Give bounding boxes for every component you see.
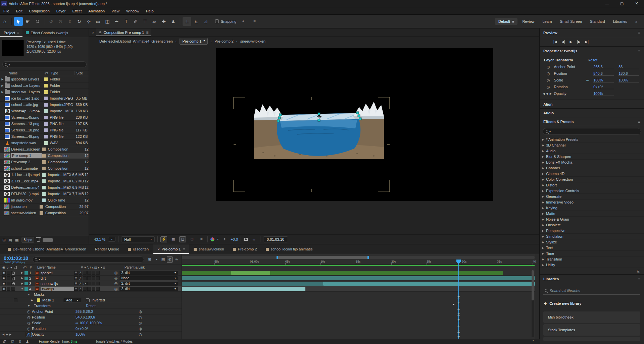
stopwatch-icon[interactable]: ◷ <box>26 315 32 320</box>
effects-category-row[interactable]: ▶ Boris FX Mocha <box>540 160 644 165</box>
layer-duration-bar[interactable] <box>182 271 503 275</box>
menu-item[interactable]: Help <box>143 7 157 14</box>
eye-icon[interactable]: ◉ <box>2 287 6 291</box>
effects-switch-icon[interactable]: ƒx <box>83 282 87 285</box>
eye-icon[interactable]: ◉ <box>2 282 6 285</box>
property-value[interactable]: 100% <box>76 332 85 336</box>
stopwatch-icon[interactable]: ◷ <box>26 309 32 314</box>
chevron-right-icon[interactable]: ▶ <box>542 224 544 227</box>
chevron-right-icon[interactable]: ▶ <box>542 178 544 181</box>
label-color-swatch[interactable] <box>42 154 46 158</box>
world-axis-mode-icon[interactable]: ⊾ <box>192 17 201 26</box>
menu-item[interactable]: View <box>108 7 123 14</box>
chevron-right-icon[interactable]: ▶ <box>542 155 544 158</box>
table-row[interactable]: ▶ Screens...45.png PNG file 236 KB <box>0 114 89 121</box>
property-label[interactable]: Opacity <box>32 332 76 336</box>
motion-blur-icon[interactable]: ⊘ <box>167 256 173 263</box>
mask-row[interactable]: ▶ Mask 1 Add ▾ Inverted <box>0 297 182 303</box>
adjustment-layer-switch[interactable] <box>92 271 95 275</box>
new-folder-icon[interactable]: ▤ <box>8 238 12 242</box>
collapse-transformations-icon[interactable]: ⚲ <box>74 276 78 280</box>
column-frame-rate[interactable]: Frame R <box>87 71 89 75</box>
next-frame-button[interactable]: |▶ <box>577 40 580 44</box>
3d-layer-switch[interactable] <box>96 287 100 291</box>
effects-category-row[interactable]: ▶ Distort <box>540 182 644 188</box>
menu-item[interactable]: Effect <box>69 7 85 14</box>
toggle-switches-modes-button[interactable]: Toggle Switches / Modes <box>96 340 133 343</box>
effects-category-row[interactable]: ▶ Text <box>540 245 644 251</box>
workspace-menu-icon[interactable]: ≡ <box>512 19 514 23</box>
audio-toggle[interactable] <box>7 271 10 275</box>
label-color-swatch[interactable] <box>42 167 46 170</box>
chevron-right-icon[interactable]: ▶ <box>542 212 544 215</box>
collapse-transformations-icon[interactable]: ⚲ <box>74 271 78 275</box>
collapse-transformations-icon[interactable]: ⚲ <box>74 287 78 291</box>
transform-property-row[interactable]: ◷ Position 540,6,180,6 ◎ <box>0 314 182 320</box>
table-row[interactable]: ▶ school ...e Layers Folder <box>0 82 89 89</box>
expand-transfer-controls-icon[interactable]: ◱ <box>11 340 14 343</box>
stopwatch-icon[interactable]: ◷ <box>543 78 554 82</box>
clone-stamp-tool-icon[interactable]: ⊤ <box>141 17 149 26</box>
layer-name[interactable]: sparkel <box>41 271 74 275</box>
effects-category-row[interactable]: ▶ Noise & Grain <box>540 217 644 222</box>
chevron-right-icon[interactable]: ▶ <box>542 235 544 238</box>
reset-button[interactable]: Reset <box>588 58 597 62</box>
stopwatch-icon[interactable]: ◷ <box>26 332 32 337</box>
local-axis-mode-icon[interactable]: ⊥ <box>183 17 191 26</box>
timeline-track-area[interactable]: 55s01:00s05s10s15s20s25s30s35s40 工工工工工工工… <box>182 254 535 340</box>
effects-category-row[interactable]: ▶ Simulation <box>540 234 644 239</box>
home-icon[interactable]: ⌂ <box>0 17 9 26</box>
keyframe-navigator[interactable]: ◀ ◆ ▶ <box>543 92 554 95</box>
property-value[interactable]: 540,6,180,6 <box>76 315 95 319</box>
transform-property-row[interactable]: ◷ Rotation 0x+0,0° ◎ <box>0 326 182 332</box>
expand-arrow-icon[interactable]: ▶ <box>0 91 5 94</box>
label-color-swatch[interactable] <box>44 141 48 145</box>
property-value[interactable]: ∞ 100,0,100,0% <box>76 321 102 325</box>
puppet-pin-tool-icon[interactable]: ♟ <box>169 17 178 26</box>
collapse-icon[interactable]: ⌃ <box>532 340 535 343</box>
timeline-tab[interactable]: × school locaal fijb animatie ≡ <box>262 244 317 254</box>
render-time-person-icon[interactable]: ♟ <box>26 340 29 343</box>
layer-color-swatch[interactable] <box>24 282 28 285</box>
breadcrumb-item[interactable]: Pre-comp 2 <box>214 39 234 43</box>
keyframe-dot[interactable] <box>453 304 454 305</box>
motion-blur-switch[interactable] <box>87 271 91 275</box>
effects-category-row[interactable]: ▶ Keying <box>540 205 644 211</box>
3d-layer-switch[interactable] <box>96 271 100 275</box>
effects-category-row[interactable]: ▶ Utility <box>540 262 644 268</box>
shy-layers-icon[interactable]: ◔ <box>153 256 159 263</box>
transform-property-row[interactable]: ◷ Scale ∞ 100,0,100,0% ◎ <box>0 320 182 326</box>
layer-name-column[interactable]: Layer Name <box>37 266 81 269</box>
workspace-button[interactable]: Default ≡ <box>495 18 517 25</box>
graph-editor-icon[interactable]: ∿ <box>174 256 180 263</box>
effects-switch-icon[interactable] <box>83 271 87 275</box>
column-size[interactable]: Size <box>75 71 87 75</box>
snapping-checkbox[interactable] <box>215 19 219 23</box>
type-tool-icon[interactable]: T <box>122 17 131 26</box>
expand-arrow-icon[interactable]: ▶ <box>20 271 24 274</box>
grid-guides-icon[interactable]: ⌗ <box>198 236 205 242</box>
project-flowchart-icon[interactable]: ⊞ <box>2 238 6 242</box>
pickwhip-icon[interactable]: ◎ <box>139 309 142 314</box>
keyframe-navigator[interactable]: ◀ ◆ ▶ <box>0 333 12 336</box>
column-tag-icon[interactable]: 🏷 <box>43 71 49 75</box>
property-value-y[interactable]: 100% <box>618 78 639 82</box>
expand-arrow-icon[interactable]: ▶ <box>20 277 24 280</box>
parent-pickwhip-icon[interactable]: ◎ <box>114 271 118 275</box>
rectangle-tool-icon[interactable]: ▭ <box>94 17 102 26</box>
snap-option-1-icon[interactable]: ⌖ <box>239 17 248 26</box>
layer-color-swatch[interactable] <box>24 277 28 280</box>
work-area-bar[interactable] <box>182 256 535 259</box>
quality-icon[interactable]: ╱ <box>79 271 82 275</box>
chevron-right-icon[interactable]: ▶ <box>542 189 544 192</box>
effects-category-row[interactable]: ▶ Cinema 4D <box>540 171 644 177</box>
keyframe-marker[interactable]: 工 <box>457 302 460 305</box>
audio-panel-header[interactable]: Audio <box>540 109 644 117</box>
adjustment-layer-switch[interactable] <box>92 276 95 280</box>
panel-menu-icon[interactable]: ≡ <box>17 31 19 35</box>
effects-search-input[interactable]: ▾ <box>543 128 641 135</box>
zoom-tool-icon[interactable] <box>33 17 42 26</box>
property-label[interactable]: Rotation <box>32 327 76 331</box>
fast-previews-icon[interactable]: ⚡ <box>160 236 167 242</box>
close-button[interactable]: ✕ <box>629 0 644 7</box>
